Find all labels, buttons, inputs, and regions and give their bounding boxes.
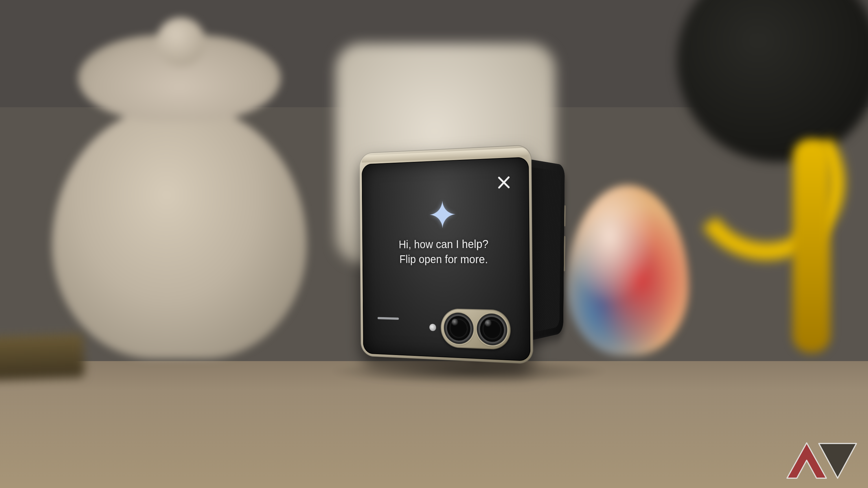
flash-icon xyxy=(429,324,436,331)
sparkle-icon xyxy=(428,199,457,230)
camera-lens-2 xyxy=(476,313,507,346)
photo-scene: Hi, how can I help? Flip open for more. xyxy=(0,0,868,488)
phone-cover-half: Hi, how can I help? Flip open for more. xyxy=(359,144,533,364)
assistant-line-1: Hi, how can I help? xyxy=(399,236,489,252)
flip-phone: Hi, how can I help? Flip open for more. xyxy=(333,144,613,373)
assistant-prompt: Hi, how can I help? Flip open for more. xyxy=(399,236,489,267)
assistant-line-2: Flip open for more. xyxy=(399,252,489,267)
globe-stand xyxy=(793,139,830,353)
ceramic-jar xyxy=(40,35,318,358)
power-button[interactable] xyxy=(564,236,565,271)
coasters xyxy=(0,334,85,380)
watermark-logo xyxy=(784,438,859,481)
home-indicator[interactable] xyxy=(378,317,399,320)
camera-module xyxy=(441,308,511,350)
volume-button[interactable] xyxy=(564,205,566,227)
close-icon[interactable] xyxy=(496,174,513,191)
camera-lens-1 xyxy=(444,312,474,345)
cover-screen[interactable]: Hi, how can I help? Flip open for more. xyxy=(362,157,530,361)
